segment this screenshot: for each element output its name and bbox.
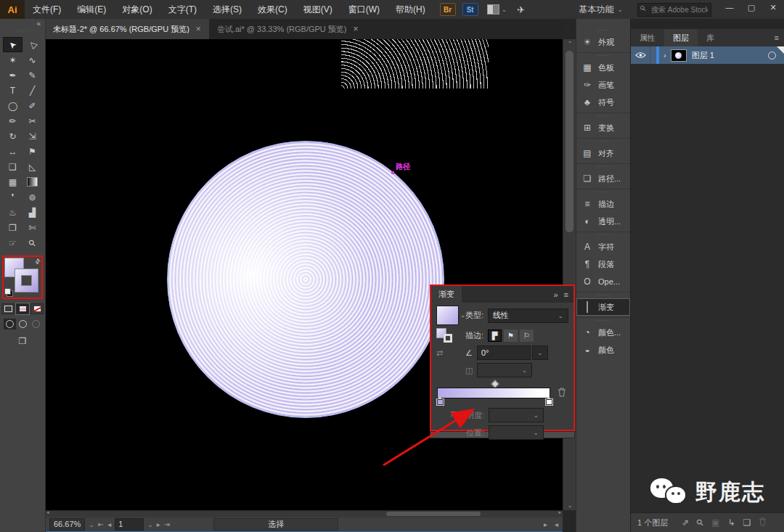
drag-handle[interactable]: ∙∙∙∙∙∙ bbox=[576, 113, 630, 119]
dock-item-pathfinder[interactable]: ❏路径... bbox=[576, 170, 630, 187]
layer-row[interactable]: › 图层 1 bbox=[631, 46, 784, 64]
document-tab-2[interactable]: 尝试.ai* @ 33.33% (RGB/GPU 预览) × bbox=[209, 19, 367, 39]
gradient-circle-object[interactable] bbox=[167, 141, 444, 418]
menu-window[interactable]: 窗口(W) bbox=[340, 0, 388, 19]
status-next-icon[interactable]: ▸ bbox=[544, 520, 547, 528]
gradient-within-stroke-button[interactable]: ▛ bbox=[488, 330, 502, 342]
tab-layers[interactable]: 图层 bbox=[664, 29, 698, 46]
gradient-stop-start[interactable] bbox=[436, 398, 444, 406]
new-layer-icon[interactable]: ❏ bbox=[743, 517, 751, 528]
hand-tool[interactable]: ☞ bbox=[3, 235, 23, 250]
next-artboard-button[interactable]: ▸ bbox=[157, 520, 160, 528]
prev-artboard-button[interactable]: ◂ bbox=[107, 520, 111, 528]
new-sublayer-icon[interactable]: ↳ bbox=[727, 517, 735, 528]
drag-handle[interactable]: ∙∙∙∙∙∙ bbox=[15, 28, 29, 35]
blend-tool[interactable]: ⊚ bbox=[23, 189, 42, 205]
arc-pattern-object[interactable] bbox=[341, 39, 489, 89]
gradient-preview-swatch[interactable] bbox=[436, 306, 459, 325]
gradient-ramp[interactable] bbox=[437, 388, 550, 398]
tab-properties[interactable]: 属性 bbox=[631, 29, 664, 46]
lasso-tool[interactable]: ∿ bbox=[23, 52, 42, 67]
last-artboard-button[interactable]: ⇥ bbox=[164, 520, 170, 528]
dock-item-gradient[interactable]: 渐变 bbox=[576, 298, 630, 316]
direct-selection-tool[interactable]: ▷ bbox=[23, 37, 42, 52]
eyedropper-tool[interactable]: ❜ bbox=[3, 189, 23, 205]
puppet-warp-tool[interactable]: ⚑ bbox=[23, 144, 42, 159]
bridge-button[interactable]: Br bbox=[440, 3, 456, 16]
dock-item-stroke[interactable]: ≡描边 bbox=[576, 195, 630, 213]
zoom-level[interactable]: 66.67% bbox=[49, 518, 85, 531]
angle-field[interactable]: 0° bbox=[477, 345, 531, 360]
draw-normal-mode[interactable] bbox=[4, 319, 16, 330]
dock-item-align[interactable]: ▤对齐 bbox=[576, 144, 630, 162]
scroll-up-icon[interactable]: ⌃ bbox=[563, 39, 576, 49]
status-prev-icon[interactable]: ◂ bbox=[555, 520, 558, 528]
expand-chevron-icon[interactable]: › bbox=[659, 51, 671, 60]
menu-type[interactable]: 文字(T) bbox=[160, 0, 205, 19]
draw-behind-mode[interactable] bbox=[17, 319, 29, 330]
minimize-button[interactable]: — bbox=[719, 0, 740, 15]
chevron-down-icon[interactable]: ⌄ bbox=[147, 521, 153, 528]
shaper-tool[interactable]: ✏ bbox=[3, 113, 23, 128]
angle-dropdown[interactable]: ⌄ bbox=[532, 345, 548, 360]
dock-item-opentype[interactable]: OOpe... bbox=[576, 273, 630, 290]
collapse-panel-icon[interactable]: » bbox=[553, 290, 558, 299]
width-tool[interactable]: ↔ bbox=[3, 144, 23, 159]
document-tab-1[interactable]: 未标题-2* @ 66.67% (RGB/GPU 预览) × bbox=[45, 19, 209, 39]
rocket-icon[interactable]: ✈ bbox=[517, 4, 525, 15]
dock-item-character[interactable]: A字符 bbox=[576, 238, 630, 255]
drag-handle[interactable]: ∙∙∙∙∙∙ bbox=[576, 232, 630, 238]
dock-item-color-guide[interactable]: ◔颜色... bbox=[576, 324, 630, 341]
locate-object-icon[interactable]: ⚲ bbox=[695, 517, 706, 528]
chevron-down-icon[interactable]: ⌄ bbox=[460, 312, 465, 319]
collapse-panel-icon[interactable]: « bbox=[36, 19, 45, 28]
gradient-type-select[interactable]: 线性 ⌄ bbox=[488, 308, 568, 323]
ellipse-tool[interactable]: ◯ bbox=[3, 98, 23, 113]
arrange-documents-button[interactable]: ⌄ bbox=[487, 4, 507, 15]
slice-tool[interactable]: ✄ bbox=[23, 220, 42, 235]
paintbrush-tool[interactable]: ✐ bbox=[23, 98, 42, 113]
menu-effect[interactable]: 效果(C) bbox=[250, 0, 295, 19]
drag-handle[interactable]: ∙∙∙∙∙∙ bbox=[576, 53, 630, 59]
menu-view[interactable]: 视图(V) bbox=[295, 0, 340, 19]
line-segment-tool[interactable]: ╱ bbox=[23, 83, 42, 98]
menu-edit[interactable]: 编辑(E) bbox=[69, 0, 114, 19]
horizontal-scrollbar[interactable]: ◂ ▸ bbox=[45, 510, 563, 517]
menu-select[interactable]: 选择(S) bbox=[205, 0, 250, 19]
gradient-tool[interactable] bbox=[23, 174, 42, 189]
drag-handle[interactable]: ∙∙∙∙∙∙ bbox=[576, 318, 630, 324]
vertical-scroll-thumb[interactable] bbox=[565, 51, 573, 232]
menu-file[interactable]: 文件(F) bbox=[25, 0, 69, 19]
layer-name[interactable]: 图层 1 bbox=[692, 50, 714, 61]
artboard-number-field[interactable]: 1 bbox=[115, 518, 144, 531]
horizontal-scroll-thumb[interactable] bbox=[386, 512, 481, 516]
gradient-button[interactable] bbox=[16, 303, 29, 314]
visibility-eye-icon[interactable] bbox=[631, 46, 650, 64]
shape-builder-tool[interactable]: ❑ bbox=[3, 159, 23, 174]
gradient-midpoint-handle[interactable] bbox=[491, 380, 499, 388]
scroll-right-icon[interactable]: ▸ bbox=[558, 510, 561, 515]
chevron-down-icon[interactable]: ⌄ bbox=[89, 521, 94, 528]
curvature-tool[interactable]: ✎ bbox=[23, 67, 42, 83]
maximize-button[interactable]: ▢ bbox=[740, 0, 762, 15]
stroke-swatch[interactable] bbox=[15, 269, 38, 292]
scale-tool[interactable]: ⇲ bbox=[23, 128, 42, 144]
scissors-tool[interactable]: ✂ bbox=[23, 113, 42, 128]
scroll-down-icon[interactable]: ⌄ bbox=[563, 501, 576, 510]
artboard-tool[interactable]: ❐ bbox=[3, 220, 23, 235]
default-fill-stroke-icon[interactable] bbox=[4, 288, 13, 297]
gradient-along-stroke-button[interactable]: ⚑ bbox=[504, 330, 518, 342]
stock-search-input[interactable] bbox=[637, 3, 711, 17]
close-button[interactable]: ✕ bbox=[762, 0, 784, 15]
dock-item-paragraph[interactable]: ¶段落 bbox=[576, 255, 630, 273]
screen-mode-button[interactable]: ❐ bbox=[19, 336, 27, 346]
dock-item-transparency[interactable]: ◐透明... bbox=[576, 213, 630, 230]
drag-handle[interactable]: ∙∙∙∙∙∙ bbox=[576, 28, 630, 33]
workspace-switcher[interactable]: 基本功能 ⌄ bbox=[571, 4, 630, 16]
tab-libraries[interactable]: 库 bbox=[698, 29, 723, 46]
panel-menu-icon[interactable]: ≡ bbox=[564, 290, 568, 299]
dock-item-symbols[interactable]: ♣符号 bbox=[576, 94, 630, 111]
none-button[interactable] bbox=[30, 303, 44, 314]
selection-tool[interactable]: ➤ bbox=[3, 37, 23, 52]
close-icon[interactable]: × bbox=[354, 24, 359, 34]
